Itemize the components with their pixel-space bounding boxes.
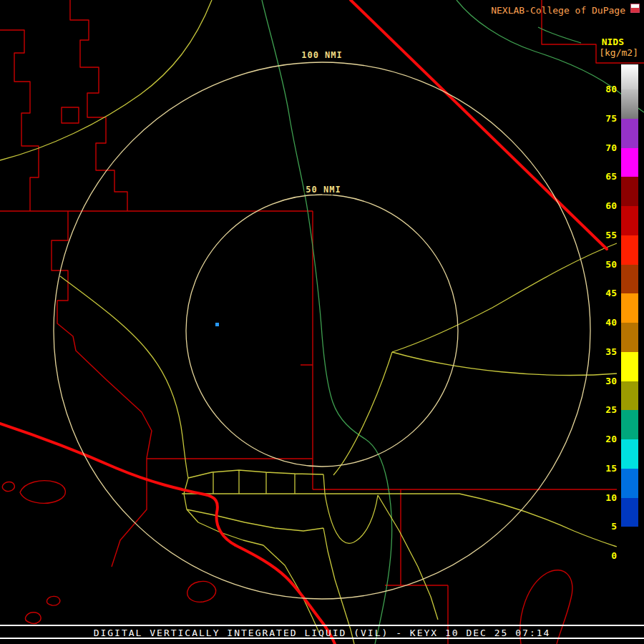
radar-map: 100 NMI 50 NMI (0, 0, 644, 644)
radar-display: 100 NMI 50 NMI NEXLAB-College of DuPage … (0, 0, 644, 644)
vil-echo (215, 323, 219, 326)
colorbar-segment-65-70 (621, 148, 638, 177)
product-units: [kg/m2] (599, 47, 638, 58)
colorbar-segment-75-80 (621, 89, 638, 119)
cod-logo-icon (630, 4, 640, 13)
colorbar-segment-35-40 (621, 323, 638, 352)
interstate-highways (0, 0, 607, 644)
ring-label-100nmi: 100 NMI (301, 50, 343, 60)
colorbar-segment-80+ (621, 64, 638, 89)
colorbar (621, 64, 638, 556)
colorbar-segment-20-25 (621, 410, 638, 439)
colorbar-segment-55-60 (621, 206, 638, 235)
colorbar-segment-25-30 (621, 381, 638, 411)
colorbar-segment-50-55 (621, 235, 638, 265)
ring-label-50nmi: 50 NMI (306, 185, 341, 195)
colorbar-segment-0-5 (621, 527, 638, 556)
product-name: NIDS (602, 36, 624, 47)
colorbar-segment-45-50 (621, 265, 638, 294)
colorbar-segment-70-75 (621, 119, 638, 148)
footer-caption: DIGITAL VERTICALLY INTEGRATED LIQUID (VI… (0, 628, 644, 638)
colorbar-segment-5-10 (621, 498, 638, 527)
highways (0, 0, 617, 644)
county-boundaries (0, 0, 644, 644)
site-title: NEXLAB-College of DuPage (491, 5, 625, 16)
colorbar-segment-10-15 (621, 469, 638, 498)
colorbar-segment-30-35 (621, 352, 638, 381)
footer-rule-top (0, 625, 644, 626)
colorbar-segment-60-65 (621, 177, 638, 206)
colorbar-segment-40-45 (621, 293, 638, 323)
colorbar-segment-15-20 (621, 439, 638, 469)
